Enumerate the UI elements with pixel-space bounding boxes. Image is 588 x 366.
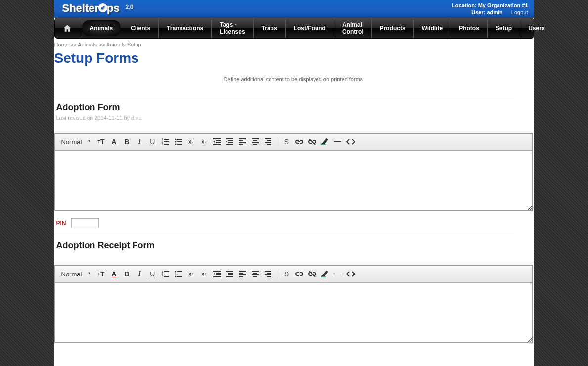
svg-point-43 (175, 274, 176, 275)
svg-rect-24 (252, 138, 259, 139)
italic-icon[interactable]: I (134, 137, 145, 147)
italic-icon[interactable]: I (134, 269, 145, 279)
format-select[interactable]: Normal (59, 270, 94, 279)
nav-item-photos[interactable]: Photos (451, 18, 488, 38)
strikethrough-icon[interactable]: S (281, 137, 292, 147)
subscript-icon[interactable]: x2 (185, 269, 196, 279)
font-size-icon[interactable]: TT (95, 269, 106, 279)
align-center-icon[interactable] (250, 137, 261, 147)
outdent-icon[interactable] (211, 269, 222, 279)
adoption-revised: Last revised on 2014-11-11 by dmu (56, 115, 534, 121)
link-icon[interactable] (294, 137, 305, 147)
unordered-list-icon[interactable] (173, 137, 183, 147)
svg-rect-0 (164, 139, 169, 140)
user-label: User: (471, 9, 485, 15)
svg-point-41 (175, 271, 176, 273)
user-value: admin (487, 9, 502, 15)
editor-toolbar: Normal TT A B I U 123 x2 x2 S (55, 134, 532, 151)
nav-item-animal-control[interactable]: Animal Control (334, 18, 372, 38)
align-left-icon[interactable] (237, 137, 248, 147)
bold-icon[interactable]: B (121, 137, 132, 147)
crumb-animals-setup[interactable]: Animals Setup (106, 42, 141, 47)
svg-rect-47 (213, 271, 221, 272)
remove-format-icon[interactable] (319, 269, 330, 279)
top-right-info: Location: My Organization #1 User: admin… (452, 2, 528, 16)
svg-rect-48 (216, 273, 221, 274)
svg-rect-37 (164, 276, 169, 277)
crumb-animals[interactable]: Animals (78, 42, 97, 47)
superscript-icon[interactable]: x2 (198, 269, 209, 279)
crumb-home[interactable]: Home (54, 42, 69, 47)
ordered-list-icon[interactable]: 123 (160, 269, 171, 279)
section-adoption-title: Adoption Form (56, 102, 534, 113)
align-center-icon[interactable] (250, 269, 261, 279)
link-icon[interactable] (294, 269, 305, 279)
nav-item-animals[interactable]: Animals (82, 20, 121, 36)
nav-item-tags-licenses[interactable]: Tags - Licenses (212, 18, 253, 38)
code-view-icon[interactable] (345, 137, 356, 147)
svg-rect-23 (239, 144, 243, 145)
nav-label: Products (380, 25, 406, 32)
nav-item-traps[interactable]: Traps (254, 18, 286, 38)
user-line: User: admin Logout (452, 9, 528, 16)
align-left-icon[interactable] (237, 269, 248, 279)
editor-adoption: Normal TT A B I U 123 x2 x2 S (54, 133, 533, 211)
outdent-icon[interactable] (211, 137, 222, 147)
svg-rect-51 (226, 271, 233, 272)
nav-item-lost-found[interactable]: Lost/Found (286, 18, 334, 38)
section-receipt-title: Adoption Receipt Form (56, 240, 534, 251)
unordered-list-icon[interactable] (173, 269, 183, 279)
svg-rect-65 (265, 274, 271, 275)
svg-rect-53 (228, 274, 233, 275)
nav-item-transactions[interactable]: Transactions (159, 18, 212, 38)
svg-rect-17 (228, 140, 233, 141)
nav-item-clients[interactable]: Clients (123, 18, 159, 38)
bold-icon[interactable]: B (121, 269, 132, 279)
align-right-icon[interactable] (263, 269, 273, 279)
nav-item-products[interactable]: Products (372, 18, 414, 38)
svg-rect-69 (334, 274, 341, 274)
indent-icon[interactable] (224, 269, 235, 279)
editor-textarea-receipt[interactable] (55, 283, 532, 342)
horizontal-rule-icon[interactable] (332, 137, 343, 147)
svg-rect-46 (177, 276, 182, 277)
app-version: 2.0 (126, 4, 133, 10)
remove-format-icon[interactable] (319, 137, 330, 147)
code-view-icon[interactable] (345, 269, 356, 279)
logout-link[interactable]: Logout (511, 9, 528, 15)
underline-icon[interactable]: U (147, 269, 158, 279)
nav-home[interactable] (55, 18, 80, 38)
svg-rect-54 (226, 276, 233, 277)
align-right-icon[interactable] (263, 137, 273, 147)
pin-input[interactable] (71, 218, 99, 228)
svg-rect-25 (253, 140, 257, 141)
nav-item-setup[interactable]: Setup (488, 18, 520, 38)
text-color-icon[interactable]: A (108, 137, 119, 147)
strikethrough-icon[interactable]: S (281, 269, 292, 279)
page-title: Setup Forms (54, 50, 534, 66)
underline-icon[interactable]: U (147, 137, 158, 147)
nav-item-users[interactable]: Users (520, 18, 552, 38)
nav-label: Lost/Found (294, 25, 326, 32)
svg-rect-15 (213, 144, 221, 145)
text-color-icon[interactable]: A (108, 269, 119, 279)
horizontal-rule-icon[interactable] (332, 269, 343, 279)
svg-rect-34 (334, 141, 341, 142)
svg-rect-42 (177, 271, 182, 272)
format-select[interactable]: Normal (59, 137, 94, 147)
svg-rect-20 (239, 138, 246, 139)
superscript-icon[interactable]: x2 (198, 137, 209, 147)
svg-rect-66 (267, 276, 271, 277)
editor-textarea-adoption[interactable] (55, 151, 532, 210)
svg-rect-30 (265, 142, 271, 143)
ordered-list-icon[interactable]: 123 (160, 137, 171, 147)
svg-rect-29 (267, 140, 271, 141)
font-size-icon[interactable]: TT (95, 137, 106, 147)
nav-label: Wildlife (422, 25, 443, 32)
page-description: Define additional content to be displaye… (54, 76, 534, 82)
subscript-icon[interactable]: x2 (185, 137, 196, 147)
indent-icon[interactable] (224, 137, 235, 147)
unlink-icon[interactable] (307, 269, 317, 279)
nav-item-wildlife[interactable]: Wildlife (414, 18, 452, 38)
unlink-icon[interactable] (307, 137, 317, 147)
